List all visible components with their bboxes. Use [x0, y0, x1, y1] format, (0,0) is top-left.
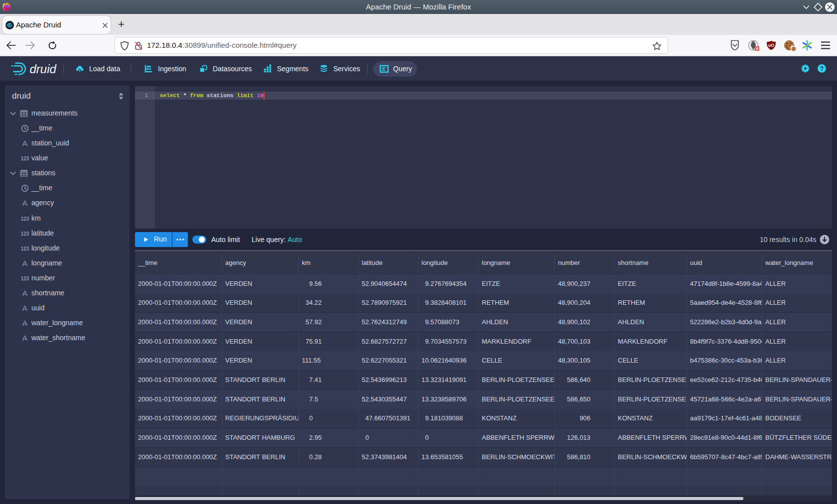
svg-text:A: A	[22, 199, 28, 207]
svg-text:A: A	[22, 289, 28, 297]
svg-text:A: A	[22, 304, 28, 312]
svg-text:123: 123	[21, 231, 29, 236]
svg-text:123: 123	[21, 275, 29, 281]
svg-text:123: 123	[21, 156, 29, 161]
svg-text:123: 123	[21, 246, 29, 251]
svg-text:A: A	[22, 319, 28, 327]
svg-text:uO: uO	[768, 43, 774, 48]
svg-text:?: ?	[820, 65, 824, 72]
svg-text:A: A	[22, 139, 28, 147]
svg-text:123: 123	[21, 216, 29, 221]
svg-text:A: A	[22, 334, 28, 342]
svg-text:A: A	[22, 259, 28, 267]
svg-text:druid: druid	[30, 62, 57, 76]
